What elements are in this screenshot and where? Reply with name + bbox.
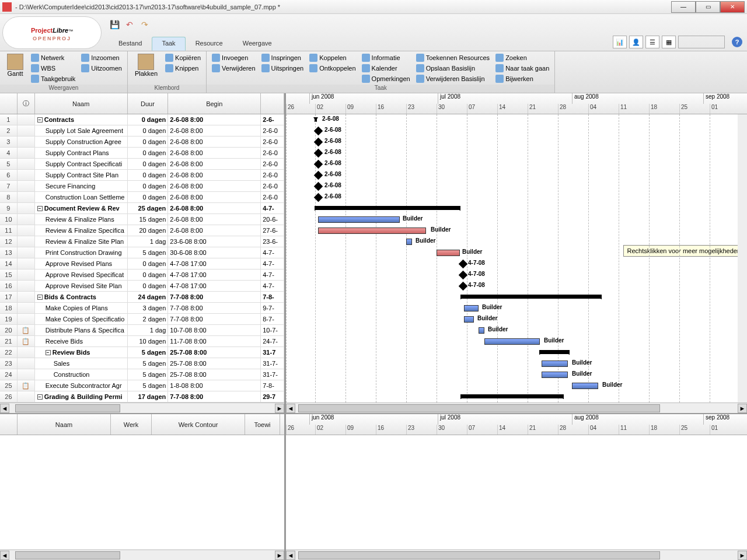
task-row[interactable]: 4Supply Contract Plans0 dagen2-6-08 8:00…: [0, 148, 284, 159]
summary-bar[interactable]: [315, 117, 316, 121]
summary-bar[interactable]: [461, 295, 601, 299]
scroll-left-icon[interactable]: ◄: [286, 551, 295, 560]
col-header[interactable]: Toewi: [245, 414, 280, 435]
scroll-thumb[interactable]: [298, 551, 660, 559]
ribbon-btn-toekennen-resources[interactable]: Toekennen Resources: [414, 52, 491, 63]
col-header[interactable]: Naam: [18, 414, 111, 435]
task-row[interactable]: 16Approve Revised Site Plan0 dagen4-7-08…: [0, 281, 284, 292]
task-row[interactable]: 12Review & Finalize Site Plan1 dag23-6-0…: [0, 236, 284, 247]
task-bar[interactable]: [542, 372, 568, 378]
task-row[interactable]: 3Supply Construction Agree0 dagen2-6-08 …: [0, 136, 284, 148]
ribbon-btn-taakgebruik[interactable]: Taakgebruik: [29, 74, 77, 84]
task-row[interactable]: 2Supply Lot Sale Agreement0 dagen2-6-08 …: [0, 125, 284, 136]
ribbon-btn-ontkoppelen[interactable]: Ontkoppelen: [308, 63, 357, 74]
summary-bar[interactable]: [461, 394, 563, 398]
task-bar[interactable]: [464, 316, 474, 323]
task-bar[interactable]: [542, 360, 568, 367]
paste-icon[interactable]: Plakken: [131, 52, 161, 78]
milestone[interactable]: [459, 260, 468, 269]
gantt-vscroll[interactable]: [738, 114, 747, 402]
task-bar[interactable]: [318, 228, 426, 234]
milestone[interactable]: [459, 282, 468, 291]
ribbon-btn-uitzoomen[interactable]: Uitzoomen: [79, 63, 124, 74]
col-header[interactable]: ⓘ: [18, 93, 35, 114]
ribbon-btn-inzoomen[interactable]: Inzoomen: [79, 52, 124, 63]
scroll-right-icon[interactable]: ►: [738, 404, 747, 413]
task-row[interactable]: 8Construction Loan Settleme0 dagen2-6-08…: [0, 192, 284, 203]
task-row[interactable]: 23Sales5 dagen25-7-08 8:0031-7-: [0, 358, 284, 369]
minimize-button[interactable]: —: [671, 1, 696, 13]
task-row[interactable]: 5Supply Contract Specificati0 dagen2-6-0…: [0, 159, 284, 170]
close-button[interactable]: ✕: [720, 1, 745, 13]
ribbon-btn-kalender[interactable]: Kalender: [360, 63, 412, 74]
gantt-body[interactable]: Rechtsklikken voor meer mogelijkheden 2-…: [286, 114, 747, 402]
task-row[interactable]: 10Review & Finalize Plans15 dagen2-6-08 …: [0, 214, 284, 225]
ribbon-btn-netwerk[interactable]: Netwerk: [29, 52, 77, 63]
task-row[interactable]: 7Secure Financing0 dagen2-6-08 8:002-6-0: [0, 181, 284, 192]
task-row[interactable]: 25📋Execute Subcontractor Agr5 dagen1-8-0…: [0, 380, 284, 391]
task-row[interactable]: 17−Bids & Contracts24 dagen7-7-08 8:007-…: [0, 292, 284, 303]
ribbon-btn-inspringen[interactable]: Inspringen: [260, 52, 306, 63]
save-button[interactable]: 💾: [109, 19, 120, 30]
scroll-left-icon[interactable]: ◄: [0, 551, 9, 560]
grid-hscroll[interactable]: ◄ ►: [0, 402, 284, 413]
task-row[interactable]: 21📋Receive Bids10 dagen11-7-08 8:0024-7-: [0, 336, 284, 347]
ribbon-btn-bijwerken[interactable]: Bijwerken: [494, 74, 551, 84]
grid-body[interactable]: 1−Contracts0 dagen2-6-08 8:002-6-2Supply…: [0, 114, 284, 402]
task-bar[interactable]: [479, 327, 484, 334]
task-row[interactable]: 13Print Construction Drawing5 dagen30-6-…: [0, 247, 284, 258]
col-header[interactable]: Werk Contour: [152, 414, 245, 435]
task-row[interactable]: 24Construction5 dagen25-7-08 8:0031-7-: [0, 369, 284, 380]
task-bar[interactable]: [318, 216, 400, 223]
col-header[interactable]: Werk: [111, 414, 152, 435]
ribbon-btn-koppelen[interactable]: Koppelen: [308, 52, 357, 63]
tab-taak[interactable]: Taak: [152, 37, 185, 51]
lower-grid-hscroll[interactable]: ◄ ►: [0, 550, 284, 560]
col-header[interactable]: Duur: [128, 93, 169, 114]
task-bar[interactable]: [464, 305, 479, 312]
search-box[interactable]: [678, 36, 725, 48]
gantt-icon[interactable]: Gantt: [4, 52, 27, 78]
ribbon-btn-verwijderen-basislijn[interactable]: Verwijderen Basislijn: [414, 74, 491, 84]
task-bar[interactable]: [484, 338, 540, 345]
ribbon-btn-opslaan-basislijn[interactable]: Opslaan Basislijn: [414, 63, 491, 74]
ribbon-btn-opmerkingen[interactable]: Opmerkingen: [360, 74, 412, 84]
scroll-left-icon[interactable]: ◄: [286, 404, 295, 413]
ribbon-btn-uitspringen[interactable]: Uitspringen: [260, 63, 306, 74]
scroll-left-icon[interactable]: ◄: [0, 404, 9, 413]
ribbon-btn-naar-taak-gaan[interactable]: Naar taak gaan: [494, 63, 551, 74]
maximize-button[interactable]: ▭: [696, 1, 720, 13]
tab-bestand[interactable]: Bestand: [109, 37, 152, 51]
task-bar[interactable]: [572, 383, 598, 389]
ribbon-btn-kopiëren[interactable]: Kopiëren: [163, 52, 203, 63]
task-row[interactable]: 18Make Copies of Plans3 dagen7-7-08 8:00…: [0, 303, 284, 314]
resource-icon[interactable]: 👤: [629, 36, 643, 48]
layout-icon[interactable]: ▦: [662, 36, 676, 48]
milestone[interactable]: [459, 271, 468, 280]
gantt-hscroll[interactable]: ◄ ►: [286, 402, 747, 413]
ribbon-btn-informatie[interactable]: Informatie: [360, 52, 412, 63]
task-row[interactable]: 9−Document Review & Rev25 dagen2-6-08 8:…: [0, 203, 284, 214]
col-header[interactable]: [0, 93, 18, 114]
task-row[interactable]: 1−Contracts0 dagen2-6-08 8:002-6-: [0, 114, 284, 125]
task-row[interactable]: 22−Review Bids5 dagen25-7-08 8:0031-7: [0, 347, 284, 358]
task-row[interactable]: 19Make Copies of Specificatio2 dagen7-7-…: [0, 314, 284, 325]
task-bar[interactable]: [406, 239, 412, 245]
help-button[interactable]: ?: [732, 37, 742, 47]
col-header[interactable]: Begin: [168, 93, 261, 114]
redo-button[interactable]: ↷: [139, 19, 151, 30]
scroll-thumb[interactable]: [15, 404, 120, 412]
scroll-right-icon[interactable]: ►: [275, 404, 284, 413]
col-header[interactable]: Naam: [35, 93, 128, 114]
tab-resource[interactable]: Resource: [186, 37, 233, 51]
scroll-thumb[interactable]: [298, 404, 660, 412]
ribbon-btn-verwijderen[interactable]: Verwijderen: [210, 63, 257, 74]
task-row[interactable]: 11Review & Finalize Specifica20 dagen2-6…: [0, 225, 284, 236]
ribbon-btn-knippen[interactable]: Knippen: [163, 63, 203, 74]
summary-bar[interactable]: [315, 206, 460, 210]
task-row[interactable]: 6Supply Contract Site Plan0 dagen2-6-08 …: [0, 170, 284, 181]
undo-button[interactable]: ↶: [124, 19, 135, 30]
lower-gantt-hscroll[interactable]: ◄ ►: [286, 550, 747, 560]
task-row[interactable]: 14Approve Revised Plans0 dagen4-7-08 17:…: [0, 258, 284, 270]
ribbon-btn-invoegen[interactable]: Invoegen: [210, 52, 257, 63]
